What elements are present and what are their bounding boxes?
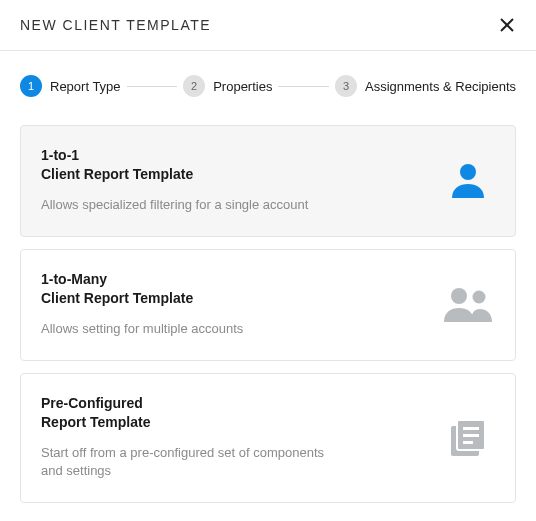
step-number: 2 — [183, 75, 205, 97]
option-title-line1: 1-to-Many — [41, 271, 107, 287]
option-1tomany[interactable]: 1-to-Many Client Report Template Allows … — [20, 249, 516, 361]
step-properties[interactable]: 2 Properties — [183, 75, 272, 97]
step-label: Assignments & Recipients — [365, 79, 516, 94]
option-title: Pre-Configured Report Template — [41, 394, 429, 432]
option-title-line1: 1-to-1 — [41, 147, 79, 163]
step-assignments-recipients[interactable]: 3 Assignments & Recipients — [335, 75, 516, 97]
option-title: 1-to-1 Client Report Template — [41, 146, 429, 184]
option-text: 1-to-1 Client Report Template Allows spe… — [41, 146, 441, 214]
step-connector — [278, 86, 329, 87]
document-icon — [441, 414, 495, 460]
svg-rect-7 — [463, 427, 479, 430]
option-description: Start off from a pre-configured set of c… — [41, 444, 341, 480]
option-title-line1: Pre-Configured — [41, 395, 143, 411]
wizard-stepper: 1 Report Type 2 Properties 3 Assignments… — [0, 51, 536, 125]
svg-rect-9 — [463, 441, 473, 444]
option-text: 1-to-Many Client Report Template Allows … — [41, 270, 441, 338]
option-1to1[interactable]: 1-to-1 Client Report Template Allows spe… — [20, 125, 516, 237]
single-user-icon — [441, 158, 495, 202]
close-icon — [498, 16, 516, 34]
step-label: Properties — [213, 79, 272, 94]
step-label: Report Type — [50, 79, 121, 94]
option-description: Allows setting for multiple accounts — [41, 320, 341, 338]
option-title-line2: Client Report Template — [41, 166, 193, 182]
template-options: 1-to-1 Client Report Template Allows spe… — [0, 125, 536, 503]
svg-rect-8 — [463, 434, 479, 437]
dialog-title: NEW CLIENT TEMPLATE — [20, 17, 211, 33]
step-number: 1 — [20, 75, 42, 97]
svg-point-2 — [460, 164, 476, 180]
option-description: Allows specialized filtering for a singl… — [41, 196, 341, 214]
multi-user-icon — [441, 284, 495, 324]
dialog-header: NEW CLIENT TEMPLATE — [0, 0, 536, 51]
svg-point-4 — [473, 290, 486, 303]
close-button[interactable] — [494, 12, 520, 38]
option-text: Pre-Configured Report Template Start off… — [41, 394, 441, 480]
step-connector — [127, 86, 178, 87]
option-title-line2: Client Report Template — [41, 290, 193, 306]
option-title: 1-to-Many Client Report Template — [41, 270, 429, 308]
step-number: 3 — [335, 75, 357, 97]
svg-point-3 — [451, 288, 467, 304]
option-preconfigured[interactable]: Pre-Configured Report Template Start off… — [20, 373, 516, 503]
step-report-type[interactable]: 1 Report Type — [20, 75, 121, 97]
option-title-line2: Report Template — [41, 414, 150, 430]
